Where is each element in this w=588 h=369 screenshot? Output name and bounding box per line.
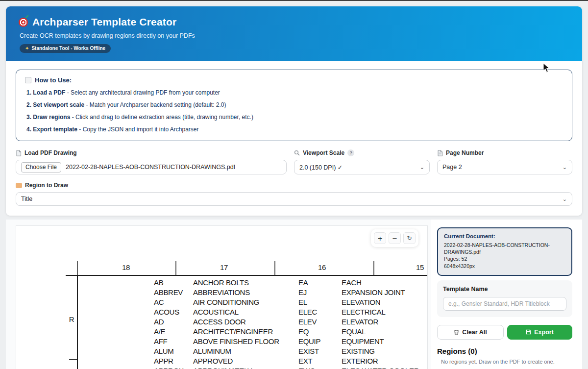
abbrev-row: ABANCHOR BOLTSEAEACH bbox=[154, 278, 419, 288]
abbrev-cell: A/E bbox=[154, 327, 193, 337]
abbrev-cell: AFF bbox=[154, 337, 193, 346]
abbrev-cell: ACOUSTICAL bbox=[193, 307, 298, 317]
abbrev-cell: EXTERIOR bbox=[342, 356, 378, 366]
abbrev-cell: ACCESS DOOR bbox=[193, 317, 298, 327]
abbrev-cell: EQUAL bbox=[342, 327, 366, 337]
clipboard-icon bbox=[25, 77, 31, 83]
pdf-file-input[interactable]: Choose File 2022-02-28-NAPLES-AOB-CONSTR… bbox=[16, 160, 287, 174]
page-number-label: Page Number bbox=[437, 149, 572, 156]
target-icon bbox=[19, 18, 28, 27]
step-text: - Copy the JSON and import it into Archp… bbox=[77, 126, 198, 133]
regions-heading: Regions (0) bbox=[437, 347, 572, 355]
abbrev-cell: ABBREV bbox=[154, 288, 193, 297]
abbrev-cell: EXPANSION JOINT bbox=[342, 288, 405, 297]
abbrev-cell: EQ bbox=[298, 327, 342, 337]
status-badge-label: Standalone Tool - Works Offline bbox=[31, 46, 105, 51]
pdf-viewer-panel: + − ↻ 18171615 R ABANCHOR BOLTSEAEACHABB… bbox=[6, 220, 431, 369]
abbrev-cell: EXT bbox=[298, 356, 342, 366]
grid-tick bbox=[175, 261, 176, 275]
abbrev-cell: EQUIPMENT bbox=[342, 337, 384, 346]
how-to-step: 4. Export template - Copy the JSON and i… bbox=[25, 126, 563, 133]
abbrev-row: A/EARCHITECT/ENGINEEREQEQUAL bbox=[154, 327, 419, 337]
sidebar: Current Document: 2022-02-28-NAPLES-AOB-… bbox=[431, 220, 582, 369]
step-label: 1. Load a PDF bbox=[26, 89, 65, 96]
abbrev-cell: APPROVED bbox=[193, 356, 298, 366]
page-number-select[interactable]: Page 2 ⌄ bbox=[437, 160, 572, 174]
abbrev-row: ADACCESS DOORELEVELEVATOR bbox=[154, 317, 419, 327]
template-name-card: Template Name bbox=[437, 280, 572, 317]
load-pdf-label: Load PDF Drawing bbox=[16, 149, 287, 156]
how-to-step: 1. Load a PDF - Select any architectural… bbox=[25, 89, 563, 96]
abbrev-cell: ANCHOR BOLTS bbox=[193, 278, 298, 288]
how-to-step: 2. Set viewport scale - Match your Archp… bbox=[25, 101, 563, 108]
drawing-border-top bbox=[66, 275, 427, 276]
abbrev-cell: AIR CONDITIONING bbox=[193, 297, 298, 307]
export-button[interactable]: Export bbox=[507, 325, 572, 340]
abbrev-table: ABANCHOR BOLTSEAEACHABBREVABBREVIATIONSE… bbox=[154, 278, 419, 369]
abbrev-cell: AB bbox=[154, 278, 193, 288]
zoom-reset-icon[interactable]: ↻ bbox=[403, 232, 416, 244]
abbrev-cell: EWC bbox=[298, 366, 342, 369]
how-to-use-box: How to Use: 1. Load a PDF - Select any a… bbox=[16, 70, 572, 141]
template-name-input[interactable] bbox=[443, 297, 566, 311]
abbrev-cell: EXIST bbox=[298, 346, 342, 356]
current-document-pages: Pages: 52 bbox=[444, 255, 565, 262]
abbrev-cell: ALUMINUM bbox=[193, 346, 298, 356]
step-label: 3. Draw regions bbox=[26, 114, 70, 121]
chevron-down-icon: ⌄ bbox=[420, 164, 424, 171]
step-label: 2. Set viewport scale bbox=[26, 101, 84, 108]
grid-column-label: 16 bbox=[318, 263, 326, 271]
abbrev-cell: ELEC WATER COOLER bbox=[342, 366, 419, 369]
clear-all-label: Clear All bbox=[462, 329, 487, 336]
grid-tick bbox=[77, 261, 78, 275]
how-to-step: 3. Draw regions - Click and drag to defi… bbox=[25, 114, 563, 121]
step-text: - Click and drag to define extraction ar… bbox=[70, 114, 253, 121]
grid-tick bbox=[373, 261, 374, 275]
zoom-in-button[interactable]: + bbox=[374, 232, 386, 244]
viewport-scale-select[interactable]: 2.0 (150 DPI) ✓ ⌄ bbox=[294, 160, 430, 174]
abbrev-cell: EQUIP bbox=[298, 337, 342, 346]
pdf-filename: 2022-02-28-NAPLES-AOB-CONSTRUCTION-DRAWI… bbox=[66, 164, 235, 171]
abbrev-cell: ARCHITECT/ENGINEER bbox=[193, 327, 298, 337]
main-card: Archparser Template Creator Create OCR t… bbox=[6, 6, 582, 216]
abbrev-cell: EJ bbox=[298, 288, 342, 297]
abbrev-cell: EL bbox=[298, 297, 342, 307]
setup-panel: How to Use: 1. Load a PDF - Select any a… bbox=[6, 61, 582, 216]
step-text: - Match your Archparser backend setting … bbox=[84, 101, 226, 108]
abbrev-row: ACOUSACOUSTICALELECELECTRICAL bbox=[154, 307, 419, 317]
abbrev-cell: ABBREVIATIONS bbox=[193, 288, 298, 297]
abbrev-cell: ALUM bbox=[154, 346, 193, 356]
region-to-draw-value: Title bbox=[21, 196, 32, 202]
choose-file-button[interactable]: Choose File bbox=[21, 162, 61, 172]
abbrev-cell: ABOVE FINISHED FLOOR bbox=[193, 337, 298, 346]
save-icon bbox=[526, 329, 531, 335]
zoom-out-button[interactable]: − bbox=[389, 232, 401, 244]
help-icon[interactable]: ? bbox=[347, 149, 354, 156]
abbrev-cell: APPROXIMATELY bbox=[193, 366, 298, 369]
viewport-scale-label: Viewport Scale ? bbox=[294, 149, 430, 156]
viewport-scale-value: 2.0 (150 DPI) ✓ bbox=[299, 164, 343, 171]
abbrev-cell: APPROX bbox=[154, 366, 193, 369]
trash-icon bbox=[454, 329, 459, 335]
app-title: Archparser Template Creator bbox=[32, 16, 176, 28]
abbrev-row: APPRAPPROVEDEXTEXTERIOR bbox=[154, 356, 419, 366]
clear-all-button[interactable]: Clear All bbox=[437, 325, 504, 340]
step-text: - Select any architectural drawing PDF f… bbox=[65, 89, 220, 96]
current-document-panel: Current Document: 2022-02-28-NAPLES-AOB-… bbox=[437, 227, 572, 276]
region-to-draw-label: Region to Draw bbox=[16, 182, 572, 189]
page-number-value: Page 2 bbox=[442, 164, 462, 171]
abbrev-cell: ELEV bbox=[298, 317, 342, 327]
region-to-draw-select[interactable]: Title ⌄ bbox=[16, 192, 572, 206]
abbrev-row: ACAIR CONDITIONINGELELEVATION bbox=[154, 297, 419, 307]
grid-tick bbox=[69, 359, 77, 360]
abbrev-cell: EACH bbox=[342, 278, 361, 288]
page-icon bbox=[437, 150, 443, 156]
export-label: Export bbox=[534, 329, 554, 336]
grid-tick bbox=[274, 261, 275, 275]
pdf-canvas[interactable]: + − ↻ 18171615 R ABANCHOR BOLTSEAEACHABB… bbox=[16, 225, 428, 369]
abbrev-cell: ELEVATION bbox=[342, 297, 380, 307]
grid-column-label: 15 bbox=[416, 263, 424, 271]
template-name-label: Template Name bbox=[443, 286, 566, 293]
status-badge: ✦ Standalone Tool - Works Offline bbox=[20, 44, 111, 53]
abbrev-cell: AD bbox=[154, 317, 193, 327]
